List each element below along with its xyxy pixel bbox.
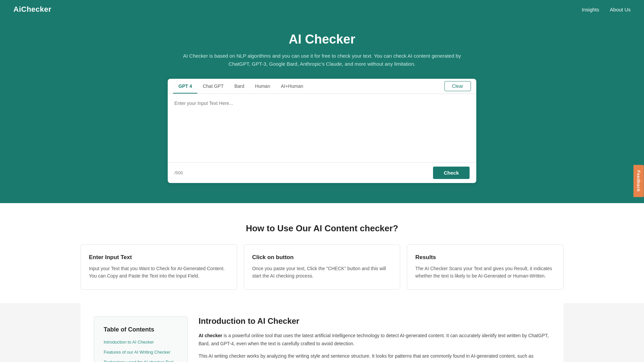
checker-tabs: GPT 4 Chat GPT Bard Human AI+Human Clear [168, 79, 476, 94]
article-bold-1: AI checker [199, 333, 222, 338]
feedback-tab[interactable]: Feedback [634, 165, 644, 197]
how-section: How to Use Our AI Content checker? Enter… [0, 203, 644, 303]
checker-footer: /500 Check [168, 162, 476, 183]
word-count: /500 [174, 170, 183, 175]
card-results: Results The AI Checker Scans your Text a… [407, 244, 564, 290]
tab-ai-human[interactable]: AI+Human [275, 79, 309, 94]
card-text-1: Input your Text that you Want to Check f… [89, 265, 229, 280]
check-button[interactable]: Check [433, 167, 470, 179]
article-para-1: AI checker is a powerful online tool tha… [199, 332, 550, 348]
tab-human[interactable]: Human [250, 79, 275, 94]
hero-title: AI Checker [7, 32, 637, 47]
tab-chatgpt[interactable]: Chat GPT [197, 79, 229, 94]
article-text-1: is a powerful online tool that uses the … [199, 333, 549, 346]
clear-button[interactable]: Clear [444, 81, 471, 91]
toc-item-0[interactable]: Introduction to AI Checker [104, 339, 178, 345]
how-title: How to Use Our AI Content checker? [13, 223, 631, 234]
nav-about-us[interactable]: About Us [610, 7, 631, 12]
card-title-1: Enter Input Text [89, 254, 229, 261]
card-text-3: The AI Checker Scans your Text and gives… [415, 265, 555, 280]
nav-insights[interactable]: Insights [582, 7, 599, 12]
toc-item-2[interactable]: Technology used for AI checker Tool [104, 359, 178, 362]
logo: AiChecker [13, 5, 51, 14]
navbar: AiChecker Insights About Us [0, 0, 644, 19]
bottom-section: Table of Contents Introduction to AI Che… [80, 303, 564, 362]
checker-box: GPT 4 Chat GPT Bard Human AI+Human Clear… [168, 79, 476, 183]
toc-item-1[interactable]: Features of our AI Writing Checker [104, 349, 178, 355]
card-title-3: Results [415, 254, 555, 261]
tab-bard[interactable]: Bard [229, 79, 250, 94]
tab-gpt4[interactable]: GPT 4 [173, 79, 197, 94]
article-para-2: This AI writing checker works by analyzi… [199, 352, 550, 362]
toc-title: Table of Contents [104, 326, 178, 333]
hero-section: AI Checker AI Checker is based on NLP al… [0, 19, 644, 203]
card-enter-text: Enter Input Text Input your Text that yo… [80, 244, 237, 290]
card-title-2: Click on button [252, 254, 392, 261]
cards-row: Enter Input Text Input your Text that yo… [80, 244, 564, 290]
nav-links: Insights About Us [582, 7, 631, 12]
text-input[interactable] [168, 94, 476, 161]
article-title: Introduction to AI Checker [199, 316, 550, 326]
article: Introduction to AI Checker AI checker is… [199, 316, 550, 362]
card-text-2: Once you paste your text, Click the "CHE… [252, 265, 392, 280]
hero-subtitle: AI Checker is based on NLP algorithms an… [178, 52, 466, 68]
card-click-button: Click on button Once you paste your text… [244, 244, 400, 290]
table-of-contents: Table of Contents Introduction to AI Che… [94, 316, 188, 362]
